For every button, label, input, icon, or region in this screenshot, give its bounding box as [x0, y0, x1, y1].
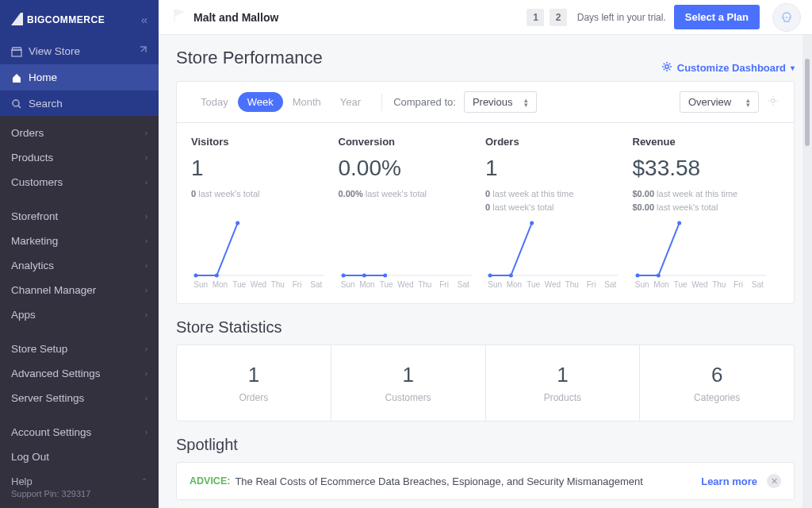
stat-value: 1 — [185, 363, 323, 387]
svg-line-11 — [664, 64, 665, 64]
brand-logo: BIGCOMMERCE — [11, 11, 106, 27]
sidebar-item-customers[interactable]: Customers› — [0, 170, 159, 194]
chevron-right-icon: › — [145, 178, 147, 187]
sidebar-item-label: Products — [11, 152, 53, 164]
svg-line-12 — [669, 69, 670, 70]
spotlight-dismiss-button[interactable]: ✕ — [767, 474, 781, 488]
chevron-right-icon: › — [145, 212, 147, 221]
stat-products: 1Products — [486, 345, 641, 421]
sidebar-item-storefront[interactable]: Storefront› — [0, 204, 159, 229]
sidebar-item-marketing[interactable]: Marketing› — [0, 229, 159, 253]
metric-revenue: Revenue$33.58$0.00 last week at this tim… — [633, 136, 780, 214]
chart-orders: SunMonTueWedThuFriSat — [485, 217, 633, 289]
metric-title: Visitors — [191, 136, 329, 148]
customize-dashboard-link[interactable]: Customize Dashboard ▾ — [661, 61, 795, 75]
panel-settings-button[interactable] — [767, 94, 779, 110]
page-title: Store Performance — [176, 48, 323, 68]
flag-icon[interactable] — [173, 9, 186, 25]
chevron-right-icon: › — [145, 129, 147, 137]
svg-point-35 — [677, 221, 681, 225]
metric-visitors: Visitors10 last week's total — [191, 136, 339, 214]
trial-digit-2: 2 — [550, 9, 567, 26]
sidebar-item-server-settings[interactable]: Server Settings› — [0, 386, 159, 410]
chevron-up-icon[interactable]: ⌃ — [141, 477, 147, 486]
stat-orders: 1Orders — [177, 345, 331, 421]
sidebar: BIGCOMMERCE « View Store Home Search Ord… — [0, 0, 159, 508]
metric-value: $33.58 — [633, 156, 771, 181]
search-icon — [11, 98, 29, 110]
sidebar-home-label: Home — [29, 71, 57, 83]
view-select-value: Overview — [688, 96, 731, 108]
range-tab-month[interactable]: Month — [283, 92, 331, 112]
svg-point-4 — [786, 17, 787, 18]
range-tab-year[interactable]: Year — [331, 92, 370, 112]
spotlight-item: ADVICE: The Real Costs of Ecommerce Data… — [176, 462, 795, 500]
sidebar-item-account-settings[interactable]: Account Settings› — [0, 420, 159, 444]
stat-label: Orders — [185, 392, 323, 403]
sidebar-item-log-out[interactable]: Log Out — [0, 444, 159, 469]
sidebar-item-label: Store Setup — [11, 343, 67, 355]
sidebar-item-products[interactable]: Products› — [0, 145, 159, 170]
compare-select[interactable]: Previous ▴▾ — [464, 91, 537, 113]
view-select[interactable]: Overview ▴▾ — [680, 91, 759, 113]
trial-countdown: 1 2 Days left in your trial. — [527, 9, 665, 26]
svg-rect-0 — [12, 50, 21, 56]
metric-value: 0.00% — [339, 156, 477, 181]
sidebar-item-store-setup[interactable]: Store Setup› — [0, 337, 159, 361]
sidebar-view-store-label: View Store — [29, 45, 80, 57]
sidebar-item-apps[interactable]: Apps› — [0, 302, 159, 327]
stat-label: Customers — [339, 392, 477, 403]
select-plan-button[interactable]: Select a Plan — [674, 5, 760, 29]
tips-button[interactable] — [772, 3, 801, 32]
svg-point-21 — [194, 274, 198, 278]
sidebar-help[interactable]: Help — [11, 475, 33, 487]
stat-value: 1 — [494, 363, 632, 387]
stat-label: Categories — [648, 392, 786, 403]
sidebar-footer: Help ⌃ Support Pin: 329317 — [0, 468, 159, 508]
store-icon — [11, 46, 29, 57]
sidebar-search-label: Search — [29, 98, 63, 110]
chevron-right-icon: › — [145, 310, 147, 319]
sidebar-home[interactable]: Home — [0, 64, 159, 90]
sidebar-item-label: Orders — [11, 127, 44, 139]
chart-revenue: SunMonTueWedThuFriSat — [633, 217, 780, 289]
svg-point-30 — [509, 274, 513, 278]
sidebar-item-label: Advanced Settings — [11, 368, 101, 379]
spotlight-item-title: The Real Costs of Ecommerce Data Breache… — [235, 475, 642, 487]
svg-line-14 — [664, 69, 665, 70]
brand-text: BIGCOMMERCE — [27, 14, 105, 25]
sidebar-item-channel-manager[interactable]: Channel Manager› — [0, 278, 159, 302]
svg-point-33 — [635, 274, 639, 278]
sidebar-collapse-icon[interactable]: « — [141, 13, 147, 26]
sidebar-item-orders[interactable]: Orders› — [0, 121, 159, 145]
sidebar-item-advanced-settings[interactable]: Advanced Settings› — [0, 361, 159, 386]
range-tab-today[interactable]: Today — [191, 92, 238, 112]
stat-value: 1 — [339, 363, 477, 387]
svg-line-13 — [669, 64, 670, 64]
metric-value: 1 — [485, 156, 623, 181]
chevron-right-icon: › — [145, 428, 147, 437]
sidebar-search[interactable]: Search — [0, 90, 159, 116]
spotlight-tag: ADVICE: — [190, 475, 230, 487]
chevron-right-icon: › — [145, 344, 147, 353]
scrollbar[interactable] — [802, 35, 812, 508]
chevron-right-icon: › — [145, 369, 147, 378]
svg-point-26 — [362, 274, 366, 278]
range-tab-week[interactable]: Week — [238, 92, 283, 112]
svg-point-6 — [665, 65, 668, 68]
stat-categories: 6Categories — [640, 345, 794, 421]
svg-point-1 — [13, 100, 19, 106]
chart-conversion: SunMonTueWedThuFriSat — [339, 217, 486, 289]
sidebar-item-analytics[interactable]: Analytics› — [0, 253, 159, 278]
svg-point-27 — [383, 274, 387, 278]
support-pin-label: Support Pin: — [11, 489, 62, 498]
chart-visitors: SunMonTueWedThuFriSat — [191, 217, 339, 289]
store-name: Malt and Mallow — [193, 11, 278, 24]
sidebar-view-store[interactable]: View Store — [0, 38, 159, 64]
sidebar-item-label: Account Settings — [11, 426, 91, 438]
spotlight-learn-more[interactable]: Learn more — [701, 475, 757, 487]
compare-label: Compared to: — [393, 96, 456, 108]
scrollbar-thumb[interactable] — [805, 59, 810, 146]
stat-value: 6 — [648, 363, 786, 387]
customize-dashboard-label: Customize Dashboard — [677, 62, 786, 74]
